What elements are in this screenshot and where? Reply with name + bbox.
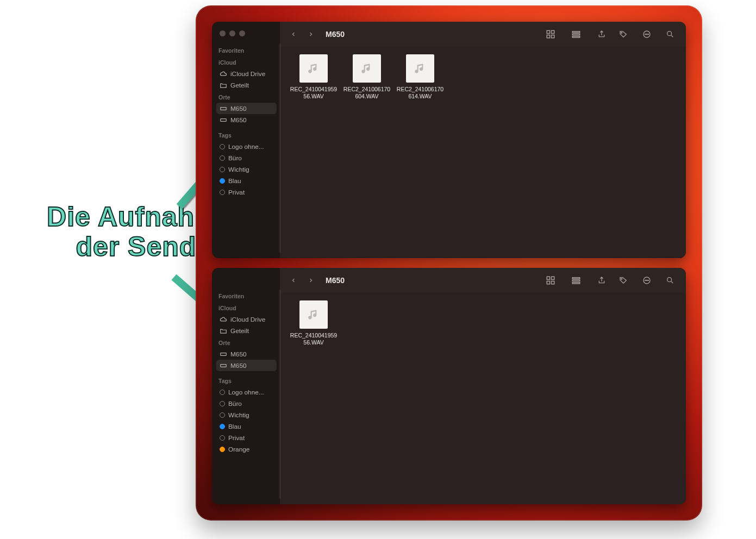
- tag-dot-icon: [220, 144, 225, 149]
- folder-icon: [220, 327, 227, 335]
- sidebar-item-geteilt[interactable]: Geteilt: [216, 79, 277, 91]
- svg-point-27: [646, 280, 647, 280]
- sidebar-item-m650[interactable]: M650: [216, 360, 277, 371]
- sidebar-tag[interactable]: Wichtig: [216, 409, 277, 421]
- tag-icon[interactable]: [615, 28, 632, 41]
- svg-rect-7: [572, 34, 580, 35]
- group-icon[interactable]: [564, 274, 588, 287]
- finder-window: Favoriten iCloud iCloud Drive Geteilt Or…: [212, 22, 686, 258]
- share-icon[interactable]: [593, 28, 610, 41]
- tag-dot-icon: [220, 167, 225, 172]
- desktop-background: Favoriten iCloud iCloud Drive Geteilt Or…: [196, 5, 702, 521]
- action-icon[interactable]: [637, 274, 657, 287]
- drive-icon: [220, 105, 227, 112]
- share-icon[interactable]: [593, 274, 610, 287]
- svg-rect-22: [572, 280, 580, 281]
- tag-dot-icon: [220, 435, 225, 441]
- sidebar-tag[interactable]: Wichtig: [216, 164, 277, 175]
- file-grid[interactable]: REC_241004195956.WAV: [280, 293, 686, 504]
- svg-point-28: [648, 280, 648, 280]
- group-icon[interactable]: [564, 28, 588, 41]
- cloud-icon: [220, 70, 227, 78]
- sidebar-section-tags: Tags: [216, 129, 277, 141]
- sidebar-item-m650[interactable]: M650: [216, 114, 277, 126]
- sidebar: Favoriten iCloud iCloud Drive Geteilt Or…: [212, 268, 280, 504]
- back-button[interactable]: [288, 28, 299, 40]
- view-icon[interactable]: [542, 274, 559, 287]
- file-item[interactable]: REC2_241006170604.WAV: [342, 54, 392, 100]
- svg-point-14: [667, 32, 672, 36]
- sidebar-tag[interactable]: Blau: [216, 175, 277, 186]
- file-name: REC_241004195956.WAV: [290, 86, 337, 100]
- tag-dot-icon: [220, 155, 225, 161]
- sidebar-section-orte: Orte: [216, 91, 277, 103]
- sidebar-item-geteilt[interactable]: Geteilt: [216, 325, 277, 336]
- file-name: REC2_241006170604.WAV: [343, 86, 390, 100]
- window-controls[interactable]: [216, 29, 277, 44]
- finder-main: M650 REC_241004195956.WAV: [280, 268, 686, 504]
- tag-dot-icon: [220, 447, 225, 452]
- sidebar-tag[interactable]: Orange: [216, 443, 277, 455]
- file-grid[interactable]: REC_241004195956.WAV REC2_241006170604.W…: [280, 47, 686, 258]
- close-icon[interactable]: [220, 30, 226, 36]
- file-name: REC_241004195956.WAV: [290, 332, 337, 346]
- view-icon[interactable]: [542, 28, 559, 41]
- sidebar-scrollbar[interactable]: [279, 290, 281, 499]
- sidebar-section-favoriten: Favoriten: [216, 290, 277, 302]
- back-button[interactable]: [288, 274, 299, 286]
- zoom-icon[interactable]: [239, 30, 245, 36]
- sidebar-section-tags: Tags: [216, 374, 277, 386]
- tag-dot-icon: [220, 178, 225, 184]
- forward-button[interactable]: [305, 274, 317, 286]
- sidebar-tag[interactable]: Logo ohne...: [216, 141, 277, 152]
- svg-point-11: [645, 34, 646, 34]
- audio-file-icon: [299, 300, 328, 329]
- sidebar-item-m650[interactable]: M650: [216, 348, 277, 360]
- sidebar-section-icloud: iCloud: [216, 302, 277, 314]
- file-item[interactable]: REC_241004195956.WAV: [289, 54, 339, 100]
- toolbar: M650: [280, 22, 686, 47]
- sidebar-tag[interactable]: Logo ohne...: [216, 386, 277, 398]
- sidebar-item-icloud-drive[interactable]: iCloud Drive: [216, 68, 277, 79]
- search-icon[interactable]: [662, 28, 678, 41]
- tag-icon[interactable]: [615, 274, 632, 287]
- search-icon[interactable]: [662, 274, 678, 287]
- audio-file-icon: [353, 54, 381, 83]
- audio-file-icon: [299, 54, 328, 83]
- file-item[interactable]: REC2_241006170614.WAV: [395, 54, 445, 100]
- minimize-icon[interactable]: [229, 30, 235, 36]
- drive-icon: [220, 362, 227, 369]
- sidebar-tag[interactable]: Privat: [216, 432, 277, 443]
- svg-rect-8: [572, 36, 580, 37]
- sidebar-tag[interactable]: Privat: [216, 186, 277, 198]
- window-title: M650: [326, 30, 345, 39]
- tag-dot-icon: [220, 390, 225, 395]
- window-title: M650: [326, 276, 345, 285]
- sidebar-item-m650[interactable]: M650: [216, 103, 277, 114]
- svg-rect-17: [547, 277, 549, 279]
- sidebar-tag[interactable]: Blau: [216, 421, 277, 432]
- svg-rect-21: [572, 278, 580, 279]
- sidebar-tag[interactable]: Büro: [216, 398, 277, 409]
- sidebar: Favoriten iCloud iCloud Drive Geteilt Or…: [212, 22, 280, 258]
- svg-rect-2: [547, 30, 549, 33]
- drive-icon: [220, 350, 227, 358]
- sidebar-section-icloud: iCloud: [216, 56, 277, 68]
- svg-point-9: [621, 32, 622, 33]
- svg-point-29: [667, 278, 672, 282]
- file-name: REC2_241006170614.WAV: [397, 86, 443, 100]
- sidebar-section-orte: Orte: [216, 336, 277, 348]
- svg-rect-5: [552, 35, 554, 38]
- folder-icon: [220, 82, 227, 89]
- action-icon[interactable]: [637, 28, 657, 41]
- sidebar-tag[interactable]: Büro: [216, 152, 277, 164]
- sidebar-item-icloud-drive[interactable]: iCloud Drive: [216, 314, 277, 325]
- audio-file-icon: [406, 54, 434, 83]
- finder-main: M650 REC_241004195956.WAV REC2_241006170…: [280, 22, 686, 258]
- svg-rect-19: [547, 281, 549, 284]
- finder-window: Favoriten iCloud iCloud Drive Geteilt Or…: [212, 268, 686, 504]
- file-item[interactable]: REC_241004195956.WAV: [289, 300, 339, 346]
- svg-rect-20: [552, 281, 554, 284]
- sidebar-scrollbar[interactable]: [279, 43, 281, 253]
- forward-button[interactable]: [305, 28, 317, 40]
